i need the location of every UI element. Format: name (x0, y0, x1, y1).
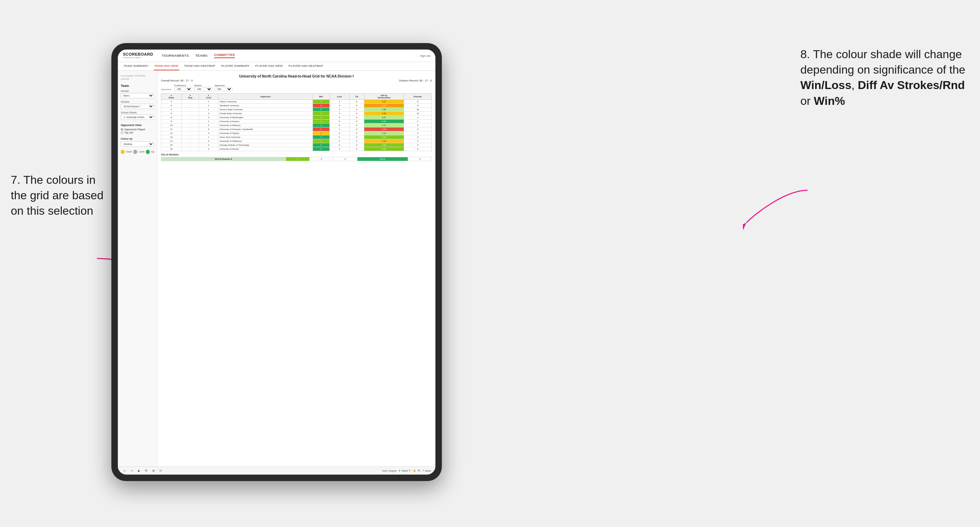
toolbar-share[interactable]: ↗ Share (422, 469, 431, 472)
cell-reg: - (181, 104, 199, 108)
out-of-division-table: NCAA Division II 1 0 0 26.00 3 (161, 157, 432, 161)
table-row: 14 - 0 University of Oklahoma 1 0 0 -1.0… (161, 139, 432, 143)
cell-tie: 0 (350, 147, 364, 151)
conference-filter-select[interactable]: (All) (174, 87, 192, 91)
legend-down-dot (121, 150, 125, 154)
ood-row: NCAA Division II 1 0 0 26.00 3 (161, 157, 432, 161)
toolbar-share-label: Share (425, 470, 431, 472)
sidebar-school-label: School (Rank) (121, 111, 154, 114)
cell-rounds: 9 (404, 147, 431, 151)
nav-tournaments[interactable]: TOURNAMENTS (162, 54, 189, 57)
cell-opponent: Florida State University (218, 112, 313, 116)
filter-conference: Conference (All) (174, 84, 192, 91)
region-filter-select[interactable]: (All) (194, 87, 212, 91)
nav-teams[interactable]: TEAMS (196, 54, 208, 57)
toolbar-add[interactable]: ⊞ (151, 468, 156, 473)
toolbar-view[interactable]: View: Original (382, 470, 396, 472)
cell-win: 1 (313, 132, 329, 135)
table-row: 3 - 2 Vanderbilt University 0 4 0 -2.29 … (161, 104, 432, 108)
table-row: 2 - 1 Auburn University 2 1 0 1.67 9 (161, 100, 432, 104)
ood-division: NCAA Division II (161, 157, 286, 161)
subnav-team-h2h-grid[interactable]: TEAM H2H GRID (154, 62, 179, 70)
toolbar-redo[interactable]: ↪ (129, 468, 134, 473)
cell-opponent: University of Florida (218, 147, 313, 151)
annotation-right: 8. The colour shade will change dependin… (800, 47, 973, 109)
sidebar-gender-select[interactable]: Men's (121, 93, 154, 98)
col-rank: #Rank (161, 94, 182, 100)
sidebar-division-label: Division (121, 100, 154, 103)
legend-up-dot (146, 150, 150, 154)
cell-conf: 2 (199, 112, 218, 116)
subnav-player-h2h-heatmap[interactable]: PLAYER H2H HEATMAP (288, 62, 324, 70)
logo-area: SCOREBOARD Powered by clippd (123, 52, 153, 59)
col-win: Win (313, 94, 329, 100)
cell-tie: 0 (350, 108, 364, 112)
cell-opponent: Auburn University (218, 100, 313, 104)
sidebar-division-select[interactable]: NCAA Division I (121, 104, 154, 109)
bottom-toolbar: ↩ ↪ ▶ ⧉ ⊞ ⏱ View: Original 👁 Watch ▾ 👍 ⊞… (118, 466, 435, 475)
legend-level-dot (133, 150, 137, 154)
sign-out-link[interactable]: Sign out (416, 54, 430, 57)
opponent-view-title: Opponent View (121, 124, 154, 127)
table-row: 16 - 2 University of Florida 3 1 0 6.62 … (161, 147, 432, 151)
annotation-left-text: 7. The colours in the grid are based on … (11, 173, 103, 217)
cell-rank: 4 (161, 108, 182, 112)
overall-record: Overall Record: 89 - 17 - 0 (161, 79, 192, 82)
cell-loss: 0 (329, 139, 349, 143)
table-row: 10 - 5 University of Alabama 3 0 0 2.61 … (161, 124, 432, 127)
cell-conf: 6 (199, 127, 218, 132)
toolbar-clock[interactable]: ⏱ (158, 468, 163, 473)
grid-record: Overall Record: 89 - 17 - 0 Division Rec… (161, 79, 432, 82)
cell-tie: 0 (350, 112, 364, 116)
cell-rounds: 16 (404, 108, 431, 112)
cell-rounds: 9 (404, 135, 431, 139)
toolbar-copy[interactable]: ⧉ (144, 468, 149, 473)
cell-loss: 2 (329, 132, 349, 135)
nav-committee[interactable]: COMMITTEE (214, 53, 235, 58)
tablet-frame: SCOREBOARD Powered by clippd TOURNAMENTS… (111, 43, 442, 481)
opponents-label: Opponents: (161, 88, 172, 91)
cell-diff: 1.67 (364, 100, 404, 104)
cell-conf: 1 (199, 108, 218, 112)
col-loss: Loss (329, 94, 349, 100)
toolbar-watch[interactable]: 👁 Watch ▾ (398, 469, 410, 472)
toolbar-thumbs[interactable]: 👍 (413, 469, 416, 472)
subnav-player-h2h-grid[interactable]: PLAYER H2H GRID (255, 62, 284, 70)
cell-reg: - (181, 139, 199, 143)
cell-loss: 0 (329, 143, 349, 147)
subnav-team-summary[interactable]: TEAM SUMMARY (123, 62, 150, 70)
grid-title: University of North Carolina Head-to-Hea… (161, 74, 432, 78)
ood-rounds: 3 (408, 157, 431, 161)
toolbar-forward[interactable]: ▶ (137, 468, 142, 473)
cell-loss: 0 (329, 135, 349, 139)
toolbar-undo[interactable]: ↩ (122, 468, 127, 473)
table-row: 9 - 1 University of Arizona 1 0 0 9.00 2 (161, 119, 432, 124)
table-row: 11 - 6 University of Arkansas, Fayettevi… (161, 127, 432, 132)
cell-rank: 14 (161, 139, 182, 143)
colour-by-select[interactable]: Win/loss (121, 141, 154, 147)
legend-row: Down Level Up (121, 150, 154, 154)
toolbar-grid[interactable]: ⊞ (418, 469, 420, 472)
cell-loss: 1 (329, 147, 349, 151)
sidebar-team-label: Team (121, 84, 154, 87)
cell-reg: - (181, 132, 199, 135)
cell-reg: - (181, 135, 199, 139)
cell-opponent: University of Washington (218, 116, 313, 119)
cell-reg: - (181, 127, 199, 132)
radio-opponents-played[interactable]: Opponents Played (121, 128, 154, 131)
sidebar-timestamp: Last Updated: 27/03/2024 16:55:38 (121, 74, 154, 80)
sidebar-school-select[interactable]: 1. University of Nort... (121, 114, 154, 120)
table-row: 13 - 1 Texas Tech University 3 0 0 5.56 … (161, 135, 432, 139)
subnav-team-h2h-heatmap[interactable]: TEAM H2H HEATMAP (184, 62, 216, 70)
ood-diff: 26.00 (357, 157, 408, 161)
cell-tie: 0 (350, 132, 364, 135)
opponent-filter-select[interactable]: (All) (215, 87, 232, 91)
subnav-player-summary[interactable]: PLAYER SUMMARY (220, 62, 250, 70)
cell-reg: - (181, 116, 199, 119)
cell-conf: 5 (199, 124, 218, 127)
cell-win: 3 (313, 147, 329, 151)
annotation-left: 7. The colours in the grid are based on … (11, 172, 108, 219)
cell-rounds: 9 (404, 143, 431, 147)
radio-top100[interactable]: Top 100 (121, 132, 154, 134)
cell-rounds: 3 (404, 116, 431, 119)
